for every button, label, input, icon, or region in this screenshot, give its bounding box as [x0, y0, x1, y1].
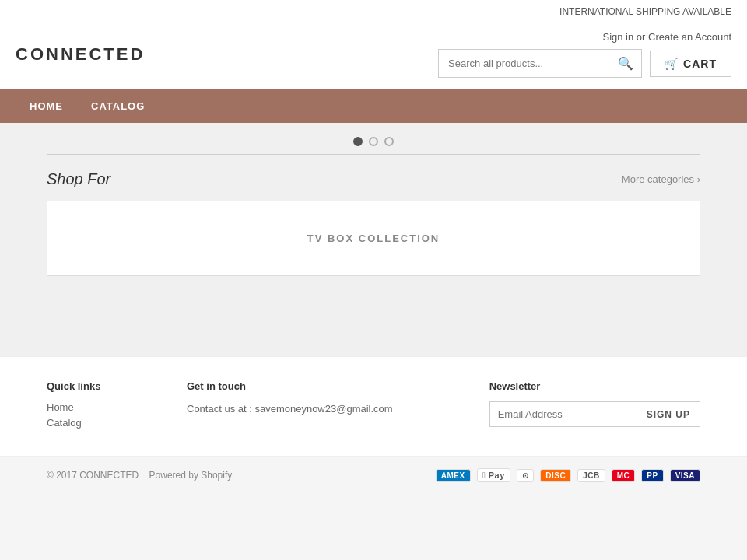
email-input[interactable] — [490, 402, 637, 426]
footer-quicklinks: Quick links Home Catalog — [47, 380, 140, 432]
payment-applepay:  Pay — [477, 468, 510, 482]
copyright-text: © 2017 CONNECTED — [47, 470, 139, 481]
more-categories-link[interactable]: More categories › — [622, 173, 700, 185]
auth-links: Sign in or Create an Account — [602, 31, 731, 43]
payment-icons: AMEX  Pay ⊙ DISC JCB MC PP VISA — [436, 468, 700, 482]
footer-bottom: © 2017 CONNECTED Powered by Shopify AMEX… — [0, 456, 747, 494]
nav-item-catalog[interactable]: CATALOG — [77, 89, 159, 123]
header-actions: 🔍 🛒 CART — [438, 49, 731, 78]
footer: Quick links Home Catalog Get in touch Co… — [0, 356, 747, 494]
quicklinks-home[interactable]: Home — [47, 401, 140, 413]
auth-or: or — [637, 31, 646, 43]
payment-paypal: PP — [641, 469, 663, 482]
cart-icon: 🛒 — [665, 58, 679, 70]
main-content: Shop For More categories › TV BOX COLLEC… — [0, 123, 747, 356]
newsletter-form: SIGN UP — [489, 401, 700, 427]
footer-main: Quick links Home Catalog Get in touch Co… — [0, 356, 747, 456]
footer-copyright: © 2017 CONNECTED Powered by Shopify — [47, 470, 232, 481]
contact-text: Contact us at : savemoneynow23@gmail.com — [187, 401, 393, 418]
payment-jcb: JCB — [577, 469, 605, 482]
quicklinks-title: Quick links — [47, 380, 140, 392]
main-nav: HOME CATALOG — [0, 89, 747, 123]
payment-discover: DISC — [540, 469, 571, 482]
category-card[interactable]: TV BOX COLLECTION — [47, 201, 700, 276]
signin-link[interactable]: Sign in — [602, 31, 633, 43]
newsletter-title: Newsletter — [489, 380, 700, 392]
payment-master: MC — [612, 469, 636, 482]
payment-diners: ⊙ — [517, 469, 535, 482]
shop-section: Shop For More categories › TV BOX COLLEC… — [0, 155, 747, 299]
footer-newsletter: Newsletter SIGN UP — [489, 380, 700, 432]
create-account-link[interactable]: Create an Account — [648, 31, 731, 43]
payment-amex: AMEX — [436, 469, 471, 482]
signup-button[interactable]: SIGN UP — [637, 402, 700, 426]
search-button[interactable]: 🔍 — [610, 50, 641, 77]
cart-button[interactable]: 🛒 CART — [650, 51, 731, 77]
carousel-dot-2[interactable] — [369, 137, 378, 146]
header: CONNECTED Sign in or Create an Account 🔍… — [0, 23, 747, 89]
quicklinks-catalog[interactable]: Catalog — [47, 417, 140, 429]
nav-item-home[interactable]: HOME — [16, 89, 77, 123]
topbar: INTERNATIONAL SHIPPING AVAILABLE — [0, 0, 747, 23]
carousel-dot-3[interactable] — [384, 137, 394, 146]
powered-by-link[interactable]: Powered by Shopify — [149, 470, 233, 481]
search-form: 🔍 — [438, 49, 642, 78]
topbar-message: INTERNATIONAL SHIPPING AVAILABLE — [559, 6, 731, 17]
carousel-dot-1[interactable] — [353, 137, 363, 146]
cart-label: CART — [683, 58, 717, 70]
logo: CONNECTED — [16, 44, 145, 65]
carousel-dots — [0, 123, 747, 154]
shop-title: Shop For — [47, 170, 110, 188]
payment-visa: VISA — [670, 469, 700, 482]
contact-title: Get in touch — [187, 380, 393, 392]
page-bottom — [0, 494, 747, 560]
footer-contact: Get in touch Contact us at : savemoneyno… — [187, 380, 393, 432]
search-input[interactable] — [439, 51, 610, 75]
shop-header: Shop For More categories › — [47, 170, 700, 188]
header-right: Sign in or Create an Account 🔍 🛒 CART — [438, 31, 731, 78]
